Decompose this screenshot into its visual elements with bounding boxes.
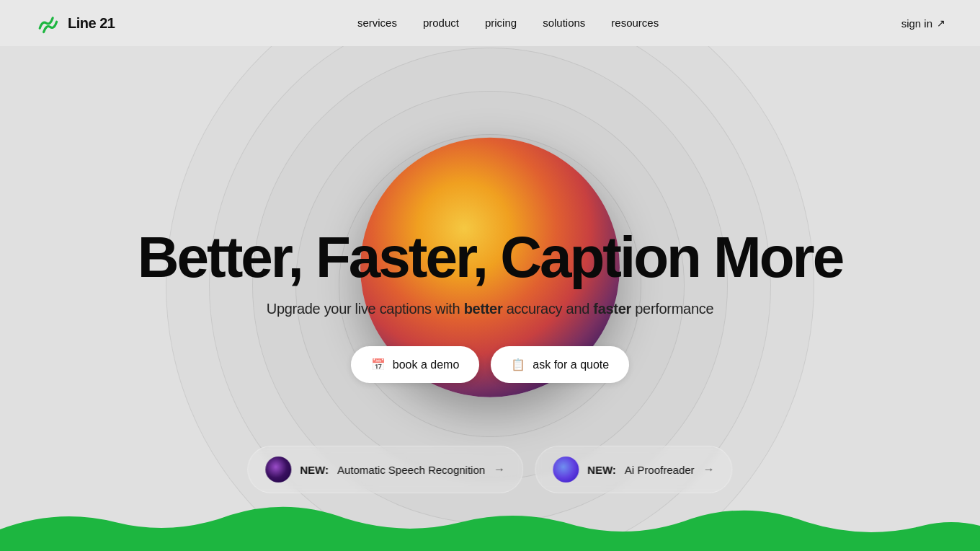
ai-arrow-icon: → bbox=[703, 463, 715, 476]
ask-quote-button[interactable]: 📋 ask for a quote bbox=[491, 346, 629, 383]
logo-text: Line 21 bbox=[68, 15, 115, 32]
logo-icon bbox=[35, 10, 61, 36]
ask-quote-label: ask for a quote bbox=[533, 358, 609, 371]
sign-in-label: sign in bbox=[901, 17, 932, 30]
nav-product[interactable]: product bbox=[423, 17, 459, 29]
pills-row: NEW: Automatic Speech Recognition → NEW:… bbox=[247, 446, 732, 493]
ai-pill[interactable]: NEW: Ai Proofreader → bbox=[535, 446, 732, 493]
asr-badge: NEW: bbox=[300, 464, 329, 476]
asr-label: Automatic Speech Recognition bbox=[337, 464, 485, 476]
hero-title: Better, Faster, Caption More bbox=[138, 229, 842, 286]
nav-resources[interactable]: resources bbox=[611, 17, 659, 29]
sign-in-link[interactable]: sign in ↗ bbox=[901, 17, 945, 30]
quote-icon: 📋 bbox=[511, 358, 525, 371]
logo[interactable]: Line 21 bbox=[35, 10, 115, 36]
nav-services[interactable]: services bbox=[357, 17, 397, 29]
hero-subtitle: Upgrade your live captions with better a… bbox=[267, 301, 713, 317]
nav-links: services product pricing solutions resou… bbox=[357, 17, 659, 30]
asr-icon bbox=[265, 457, 291, 482]
book-demo-button[interactable]: 📅 book a demo bbox=[351, 346, 480, 383]
ai-label: Ai Proofreader bbox=[625, 464, 695, 476]
cta-group: 📅 book a demo 📋 ask for a quote bbox=[351, 346, 629, 383]
calendar-icon: 📅 bbox=[371, 358, 386, 371]
hero-section: Better, Faster, Caption More Upgrade you… bbox=[0, 46, 980, 551]
nav-pricing[interactable]: pricing bbox=[485, 17, 517, 29]
navbar: Line 21 services product pricing solutio… bbox=[0, 0, 980, 46]
ai-icon bbox=[553, 457, 579, 482]
nav-solutions[interactable]: solutions bbox=[543, 17, 585, 29]
ai-badge: NEW: bbox=[587, 464, 616, 476]
book-demo-label: book a demo bbox=[393, 358, 460, 371]
asr-arrow-icon: → bbox=[494, 463, 505, 476]
sign-in-arrow-icon: ↗ bbox=[937, 17, 945, 29]
asr-pill[interactable]: NEW: Automatic Speech Recognition → bbox=[247, 446, 523, 493]
